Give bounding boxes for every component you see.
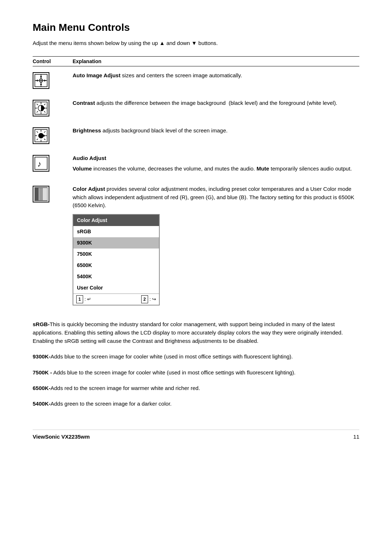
color-adjust-icon-cell	[33, 185, 73, 202]
footer-page-number: 11	[353, 434, 359, 440]
nav-num-1: 1	[76, 295, 83, 303]
nav-num-2: 2	[141, 295, 148, 303]
svg-rect-35	[43, 188, 47, 200]
nav-icon-1: : ↵	[85, 296, 91, 303]
brightness-icon	[33, 127, 49, 144]
footer-brand: ViewSonic VX2235wm	[33, 434, 90, 440]
desc-srgb: sRGB-This is quickly becoming the indust…	[33, 320, 359, 345]
contrast-icon	[33, 100, 49, 116]
svg-line-14	[44, 111, 46, 113]
description-section: sRGB-This is quickly becoming the indust…	[33, 320, 359, 408]
brightness-icon-cell	[33, 127, 73, 144]
auto-image-adjust-icon-cell	[33, 71, 73, 89]
audio-adjust-icon: ♪	[33, 155, 49, 172]
color-menu-item-6500k[interactable]: 6500K	[73, 260, 159, 271]
color-menu-item-srgb[interactable]: sRGB	[73, 226, 159, 237]
brightness-svg	[34, 129, 48, 142]
color-menu-item-user-color[interactable]: User Color	[73, 282, 159, 294]
svg-marker-3	[40, 75, 42, 77]
table-row: Brightness adjusts background black leve…	[33, 122, 359, 149]
audio-svg: ♪	[34, 157, 48, 170]
intro-text: Adjust the menu items shown below by usi…	[33, 40, 359, 46]
color-menu-item-7500k[interactable]: 7500K	[73, 249, 159, 260]
footer-nav-2: 2 : ↪	[141, 295, 156, 303]
desc-7500k: 7500K - Adds blue to the screen image fo…	[33, 368, 359, 377]
svg-line-16	[37, 111, 38, 113]
table-header: Control Explanation	[33, 56, 359, 66]
contrast-text: Contrast adjusts the difference between …	[73, 99, 359, 107]
crosshair-svg	[34, 74, 48, 87]
color-adjust-icon	[33, 186, 49, 202]
desc-6500k: 6500K-Adds red to the screen image for w…	[33, 384, 359, 392]
brightness-text: Brightness adjusts background black leve…	[73, 127, 359, 135]
col1-label: Control	[33, 58, 73, 64]
svg-marker-6	[44, 79, 46, 82]
auto-image-adjust-icon	[33, 72, 49, 89]
audio-adjust-icon-cell: ♪	[33, 154, 73, 172]
svg-rect-33	[35, 188, 39, 200]
contrast-icon-cell	[33, 99, 73, 116]
color-menu-footer: 1 : ↵ 2 : ↪	[73, 294, 159, 305]
footer-nav-1: 1 : ↵	[76, 295, 91, 303]
color-menu-item-5400k[interactable]: 5400K	[73, 271, 159, 282]
svg-line-26	[44, 131, 46, 133]
color-adjust-menu: Color Adjust sRGB 9300K 7500K 6500K 5400…	[73, 214, 160, 305]
svg-point-28	[38, 133, 44, 138]
svg-text:♪: ♪	[37, 159, 41, 168]
table-row: ♪ Audio Adjust Volume increases the volu…	[33, 149, 359, 180]
svg-line-13	[37, 104, 38, 105]
table-body: Auto Image Adjust sizes and centers the …	[33, 66, 359, 316]
svg-point-29	[43, 135, 45, 137]
table-row: Auto Image Adjust sizes and centers the …	[33, 66, 359, 94]
audio-adjust-text: Audio Adjust Volume increases the volume…	[73, 154, 359, 175]
color-adjust-svg	[34, 187, 48, 201]
color-menu-item-9300k[interactable]: 9300K	[73, 237, 159, 249]
desc-9300k: 9300K-Adds blue to the screen image for …	[33, 352, 359, 361]
nav-icon-2: : ↪	[150, 296, 156, 303]
footer-model: VX2235wm	[61, 434, 90, 440]
svg-line-24	[37, 131, 38, 133]
svg-rect-34	[39, 188, 43, 200]
svg-line-27	[37, 139, 38, 140]
col2-label: Explanation	[73, 58, 359, 64]
color-menu-title: Color Adjust	[73, 215, 159, 226]
svg-marker-5	[36, 79, 38, 82]
contrast-svg	[34, 102, 48, 115]
table-row: Contrast adjusts the difference between …	[33, 94, 359, 122]
auto-image-adjust-text: Auto Image Adjust sizes and centers the …	[73, 71, 359, 80]
table-row: Color Adjust provides several color adju…	[33, 180, 359, 316]
color-adjust-text: Color Adjust provides several color adju…	[73, 185, 359, 311]
svg-line-25	[44, 139, 46, 140]
page-footer: ViewSonic VX2235wm 11	[33, 430, 359, 440]
page-title: Main Menu Controls	[33, 22, 359, 33]
svg-line-15	[44, 104, 46, 105]
svg-marker-4	[40, 84, 42, 86]
svg-point-18	[43, 107, 45, 109]
desc-5400k: 5400K-Adds green to the screen image for…	[33, 399, 359, 408]
